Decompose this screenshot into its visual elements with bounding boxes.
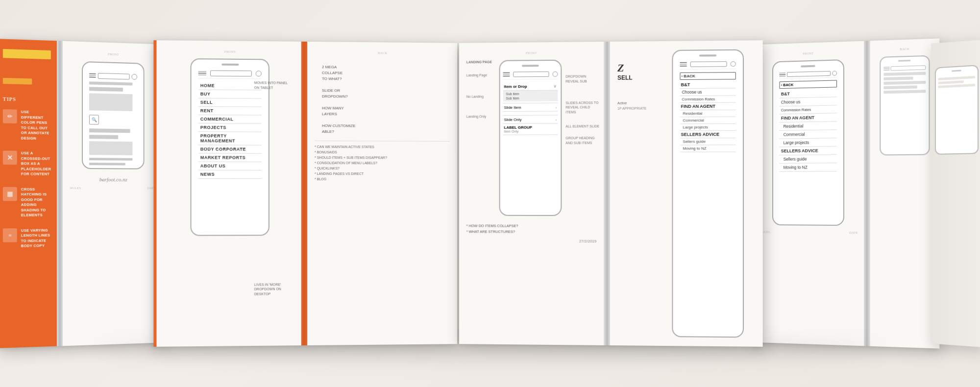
book4-spine [863,41,869,346]
nav-4b [883,65,926,71]
book4-back-phone [880,55,930,156]
dropdown-reveal-note: DROPDOWN REVEAL SUB [565,74,600,84]
book4-left-page: FRONT ‹ BACK [754,41,863,346]
content-line-4 [89,135,118,139]
cross-box-icon: ✕ [2,150,17,165]
line-5-3 [938,84,975,88]
note-blog: * BLOG [314,177,449,181]
all-element-note: ALL ELEMENT SLIDE [565,124,600,129]
main-scene: TIPS ✏ USE DIFFERENT COLOR PENS TO CALL … [0,0,980,387]
book4-meta: RULES DATE [760,230,858,235]
book3-phone: Item or Drop ∨ Sub item Sub item Slide I… [499,60,562,216]
book1-spine [56,41,62,346]
question-2: * WHAT ARE STRUCTURES? [466,229,596,235]
tip-4-text: USE VARYING LENGTH LINES TO INDICATE BOD… [21,228,50,249]
search-3 [513,72,549,77]
content-line-3 [89,128,130,133]
book3-sell-screen: ‹ BACK B&T Choose us Commission Rates Fi… [677,59,738,337]
moving-nz-item: Moving to NZ [680,145,735,152]
search-4 [787,71,831,77]
book4-right-page: BACK [869,38,939,348]
yellow-strip [2,49,50,59]
bottom-lines [89,158,137,166]
search-field [210,71,252,77]
book4-right-header: BACK [875,46,934,52]
find-agent-4: Find An Agent [779,113,837,122]
book1-meta: RULES DATE [70,186,156,190]
hamburger-icon [89,73,96,78]
item-drop-label: Item or Drop [504,84,527,89]
note-4: * QUICKLINKS? [314,167,449,170]
book2-spine [301,42,307,345]
pencil-icon: ✏ [2,109,17,123]
commercial-4: Commercial [779,130,837,139]
book3-right-page: Z SELL Active 1P APPROPRIATE [610,40,762,347]
find-agent-item: Find an Agent [680,103,735,111]
book-3: FRONT Landing Page Landing Page No Landi… [459,40,762,347]
annotation-moves: MOVES INTO PANEL ON TABLET [254,80,293,90]
sellers-advice-4: Sellers Advice [779,146,837,155]
search-box [98,73,129,80]
note-2: * SHOULD ITEMS + SUB ITEMS DISAPPEAR? [314,156,449,160]
book1-header: FRONT [70,51,156,57]
tip-4: ≡ USE VARYING LENGTH LINES TO INDICATE B… [2,228,50,249]
user-3 [552,72,558,77]
book4-header: FRONT [760,50,858,57]
bt-item: B&T [680,81,735,89]
residential-4: Residential [779,121,837,131]
menu-news: News [198,170,261,179]
line-4b-1 [883,72,926,76]
book2-left-page: FRONT Home [153,40,301,347]
chevron-r2: › [555,117,557,121]
dropdown-revealed: Sub item Sub item [503,91,558,102]
residential-item: Residential [680,110,735,118]
back-btn-4: ‹ BACK [779,80,837,89]
content-line-2 [89,87,122,92]
note-3: * CONSOLIDATION OF MENU LABELS? [314,161,449,165]
search-sell [690,61,727,67]
slide-item-row: Slide Item › [503,103,558,112]
book3-speaker [522,65,539,67]
book3-left-header: FRONT [466,50,596,55]
moving-nz-4: Moving to NZ [779,163,837,172]
menu-sell: Sell [198,98,261,107]
back-btn: ‹ BACK [680,72,735,80]
customize-note: HOW CUSTOMIZEABLE? [321,123,449,135]
sellers-guide-item: Sellers guide [680,138,735,145]
chevron-r: › [555,105,557,110]
choose-us-item: Choose us [680,88,735,96]
book4-speaker [801,65,815,68]
book3-sell-phone: ‹ BACK B&T Choose us Commission Rates Fi… [672,49,744,338]
book3-annotations-col: Z SELL Active 1P APPROPRIATE [617,50,656,337]
item-only-text: Item Only [504,129,557,133]
no-landing-label: No Landing [466,95,495,98]
tips-label: TIPS [2,97,50,103]
book3-spine [604,42,610,345]
collapse-note: 2 MEGACOLLAPSETO WHAT? [321,64,449,83]
book4-nav [779,71,837,79]
book2-bottom-notes: * CAN WE MAINTAIN ACTIVE STATES * BONUSA… [314,141,449,181]
group-heading-note: GROUP HEADING AND SUB ITEMS [565,136,600,145]
menu-home: Home [198,82,261,91]
label-group-row: Label Group Item Only [503,123,558,135]
book2-speaker [221,64,238,66]
hamburger-4b [883,67,889,70]
phone-speaker [106,67,120,67]
landing-labels: Landing Page Landing Page No Landing Lan… [466,60,495,216]
slide-note: SLIDE ORDROPDOWN? [321,88,449,100]
commercial-item: Commercial [680,117,735,124]
line-4b-2 [883,76,913,80]
book2-right-page: BACK 2 MEGACOLLAPSETO WHAT? SLIDE ORDROP… [307,42,457,345]
user-4 [832,71,837,75]
book1-url: barfoot.co.nz [70,176,156,182]
tip-3-text: CROSS HATCHING IS GOOD FOR ADDING SHADIN… [21,187,50,218]
slide-item-label: Slide Item [504,105,521,109]
hamburger-4 [779,73,785,77]
right-annotations: DROPDOWN REVEAL SUB SLIDES ACROSS TO REV… [565,59,600,216]
drop-item-2: Sub item [506,97,555,100]
active-note: Active 1P APPROPRIATE [617,100,656,111]
menu-body-corp: Body Corporate [198,145,261,153]
menu-market: Market Reports [198,153,261,162]
z-letter: Z [617,62,656,73]
line-5-1 [938,76,975,80]
